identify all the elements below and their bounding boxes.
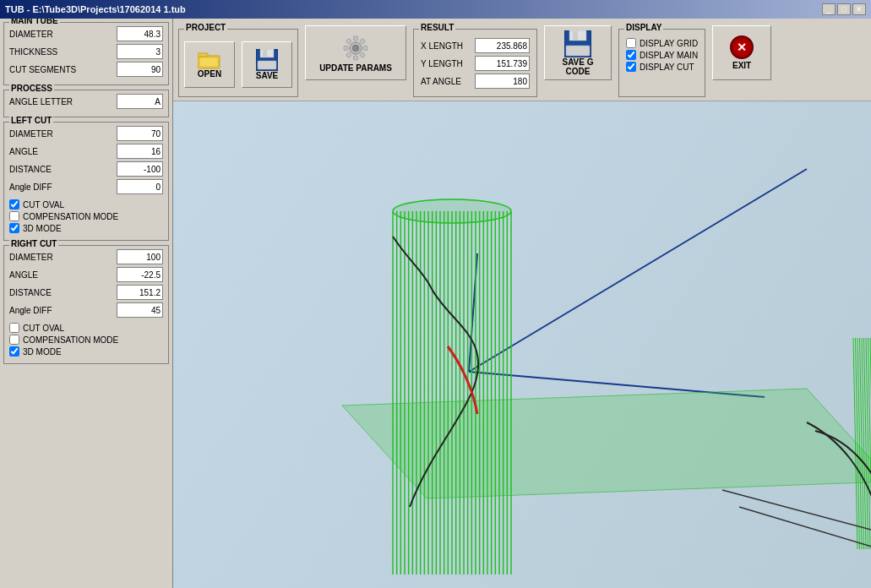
window-title: TUB - E:\Tube3D\Projects\17062014 1.tub bbox=[5, 4, 186, 14]
rc-angle-diff-input[interactable] bbox=[117, 302, 163, 318]
rc-diameter-row: DIAMETER bbox=[9, 249, 163, 264]
at-angle-label: AT ANGLE bbox=[421, 77, 471, 86]
right-cut-group: RIGHT CUT DIAMETER ANGLE DISTANCE Angle … bbox=[3, 245, 169, 364]
exit-button[interactable]: ✕ EXIT bbox=[712, 25, 771, 80]
minimize-button[interactable]: _ bbox=[822, 3, 836, 15]
rc-angle-input[interactable] bbox=[117, 267, 163, 282]
lc-angle-diff-input[interactable] bbox=[117, 179, 163, 194]
rc-cut-oval-checkbox[interactable] bbox=[9, 323, 19, 333]
svg-rect-11 bbox=[363, 46, 367, 51]
display-grid-row: DISPLAY GRID bbox=[626, 38, 698, 48]
svg-rect-1 bbox=[198, 53, 208, 57]
lc-diameter-label: DIAMETER bbox=[9, 129, 117, 139]
display-cut-label: DISPLAY CUT bbox=[640, 63, 694, 72]
rc-cut-oval-label: CUT OVAL bbox=[23, 324, 64, 333]
process-group: PROCESS ANGLE LETTER bbox=[3, 90, 169, 117]
lc-angle-diff-label: Angle DIFF bbox=[9, 182, 117, 192]
rc-compensation-label: COMPENSATION MODE bbox=[23, 335, 118, 345]
lc-3d-mode-row: 3D MODE bbox=[9, 223, 163, 233]
svg-rect-2 bbox=[199, 57, 218, 67]
lc-angle-row: ANGLE bbox=[9, 144, 163, 159]
viewport[interactable] bbox=[173, 101, 871, 588]
lc-compensation-checkbox[interactable] bbox=[9, 211, 19, 221]
open-label: OPEN bbox=[198, 69, 221, 79]
rc-compensation-row: COMPENSATION MODE bbox=[9, 335, 163, 345]
maximize-button[interactable]: □ bbox=[837, 3, 851, 15]
title-bar: TUB - E:\Tube3D\Projects\17062014 1.tub … bbox=[0, 0, 871, 19]
angle-letter-label: ANGLE LETTER bbox=[9, 97, 117, 106]
rc-distance-label: DISTANCE bbox=[9, 288, 117, 297]
rc-compensation-checkbox[interactable] bbox=[9, 335, 19, 345]
lc-compensation-row: COMPENSATION MODE bbox=[9, 211, 163, 221]
rc-angle-label: ANGLE bbox=[9, 270, 117, 280]
exit-label: EXIT bbox=[732, 61, 751, 70]
rc-3d-mode-label: 3D MODE bbox=[23, 347, 62, 357]
display-main-checkbox[interactable] bbox=[626, 50, 636, 60]
save-button[interactable]: SAVE bbox=[242, 41, 292, 88]
result-group: RESULT X LENGTH Y LENGTH AT ANGLE bbox=[413, 29, 537, 97]
svg-rect-12 bbox=[360, 52, 366, 58]
process-label: PROCESS bbox=[9, 84, 54, 93]
at-angle-input[interactable] bbox=[475, 74, 530, 89]
close-button[interactable]: ✕ bbox=[852, 3, 866, 15]
exit-icon: ✕ bbox=[730, 35, 754, 59]
svg-rect-10 bbox=[360, 38, 366, 44]
x-length-input[interactable] bbox=[475, 38, 530, 53]
lc-compensation-label: COMPENSATION MODE bbox=[23, 212, 118, 221]
lc-3d-mode-checkbox[interactable] bbox=[9, 223, 19, 233]
svg-point-8 bbox=[352, 45, 359, 52]
lc-cut-oval-checkbox[interactable] bbox=[9, 199, 19, 210]
save-label: SAVE bbox=[256, 71, 279, 80]
lc-diameter-row: DIAMETER bbox=[9, 126, 163, 141]
rc-3d-mode-checkbox[interactable] bbox=[9, 346, 19, 357]
left-cut-group: LEFT CUT DIAMETER ANGLE DISTANCE Angle D… bbox=[3, 122, 169, 241]
viewport-canvas bbox=[173, 101, 871, 588]
result-group-label: RESULT bbox=[419, 23, 455, 32]
angle-letter-input[interactable] bbox=[117, 94, 163, 109]
rc-diameter-input[interactable] bbox=[117, 249, 163, 264]
display-grid-label: DISPLAY GRID bbox=[640, 39, 698, 48]
display-group-label: DISPLAY bbox=[624, 23, 663, 32]
update-params-label: UPDATE PARAMS bbox=[319, 63, 392, 73]
gear-icon bbox=[340, 33, 371, 63]
rc-angle-row: ANGLE bbox=[9, 267, 163, 282]
thickness-input[interactable] bbox=[117, 44, 163, 59]
svg-rect-6 bbox=[258, 61, 276, 69]
cut-segments-label: CUT SEGMENTS bbox=[9, 65, 117, 74]
lc-cut-oval-label: CUT OVAL bbox=[23, 200, 64, 210]
display-group: DISPLAY DISPLAY GRID DISPLAY MAIN DISPLA… bbox=[618, 29, 705, 97]
display-cut-checkbox[interactable] bbox=[626, 62, 636, 72]
rc-cut-oval-row: CUT OVAL bbox=[9, 323, 163, 333]
lc-cut-oval-row: CUT OVAL bbox=[9, 199, 163, 210]
cut-segments-input[interactable] bbox=[117, 62, 163, 77]
svg-rect-14 bbox=[346, 52, 351, 58]
save-floppy-icon bbox=[256, 49, 278, 71]
display-main-row: DISPLAY MAIN bbox=[626, 50, 698, 60]
cut-segments-row: CUT SEGMENTS bbox=[9, 62, 163, 77]
right-cut-label: RIGHT CUT bbox=[9, 239, 58, 248]
rc-distance-row: DISTANCE bbox=[9, 285, 163, 300]
display-grid-checkbox[interactable] bbox=[626, 38, 636, 48]
lc-distance-input[interactable] bbox=[117, 161, 163, 177]
update-params-button[interactable]: UPDATE PARAMS bbox=[305, 25, 406, 80]
window-controls[interactable]: _ □ ✕ bbox=[822, 3, 866, 15]
thickness-row: THICKNESS bbox=[9, 44, 163, 59]
svg-rect-5 bbox=[263, 50, 267, 57]
svg-rect-15 bbox=[344, 46, 348, 51]
lc-diameter-input[interactable] bbox=[117, 126, 163, 141]
open-button[interactable]: OPEN bbox=[184, 41, 235, 88]
project-group-label: PROJECT bbox=[184, 23, 227, 32]
save-gcode-icon bbox=[564, 30, 591, 57]
y-length-input[interactable] bbox=[475, 56, 530, 71]
diameter-input[interactable] bbox=[117, 26, 163, 41]
svg-rect-19 bbox=[573, 31, 578, 40]
project-group: PROJECT OPEN SAVE bbox=[178, 29, 298, 97]
lc-angle-input[interactable] bbox=[117, 144, 163, 159]
save-gcode-label: SAVE G CODE bbox=[552, 57, 604, 76]
y-length-label: Y LENGTH bbox=[421, 59, 471, 68]
x-length-label: X LENGTH bbox=[421, 41, 471, 51]
rc-distance-input[interactable] bbox=[117, 285, 163, 300]
save-gcode-button[interactable]: SAVE G CODE bbox=[544, 25, 612, 80]
rc-angle-diff-label: Angle DIFF bbox=[9, 306, 117, 315]
svg-rect-16 bbox=[346, 38, 351, 44]
